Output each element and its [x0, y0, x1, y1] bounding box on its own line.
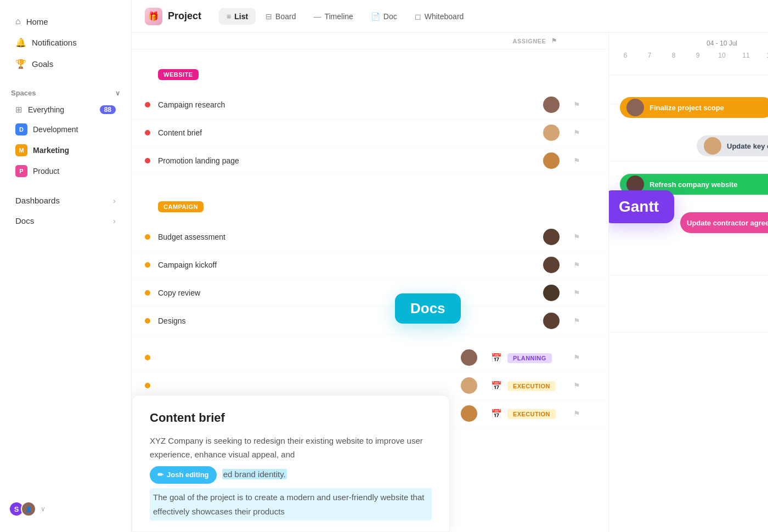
avatar [543, 313, 560, 329]
task-row[interactable]: Campaign kickoff ⚑ [132, 251, 608, 279]
col-header-assignee: ASSIGNEE [507, 38, 551, 44]
gantt-bar-4[interactable]: Update contractor agreement [680, 212, 768, 233]
dashboards-label: Dashboards [15, 196, 60, 205]
chevron-right-icon: › [113, 216, 116, 225]
task-dot [145, 383, 150, 388]
gantt-days-1: 6 7 8 9 10 11 12 13 14 [613, 52, 768, 59]
avatar [461, 405, 477, 422]
sidebar-bottom: S 👤 ∨ [0, 495, 131, 523]
col-header-flag: ⚑ [551, 37, 595, 44]
task-name: Copy review [158, 288, 529, 297]
task-flag: ⚑ [573, 233, 595, 241]
docs-title: Content brief [150, 411, 432, 425]
tab-doc[interactable]: 📄 Doc [363, 8, 405, 25]
task-dot [145, 158, 150, 163]
sidebar-item-development[interactable]: D Development [4, 119, 127, 140]
bar-avatar [704, 137, 721, 155]
task-name: Budget assessment [158, 233, 529, 241]
main-content: 🎁 Project ≡ List ⊟ Board ― Timeline 📄 Do… [132, 0, 768, 532]
status-badge: PLANNING [507, 353, 552, 363]
task-assignee [529, 313, 573, 329]
column-headers: ASSIGNEE ⚑ [132, 37, 608, 49]
sidebar-item-home[interactable]: ⌂ Home [4, 11, 127, 32]
docs-paragraph-2: ✏ Josh editing ed brand identity. [150, 466, 432, 484]
status-badge: EXECUTION [507, 381, 556, 391]
chevron-down-icon[interactable]: ∨ [41, 505, 46, 513]
task-assignee [529, 257, 573, 273]
space-label: Development [33, 125, 78, 134]
gantt-header: 04 - 10 Jul 6 7 8 9 10 11 12 13 14 11 - … [609, 33, 768, 75]
sidebar-item-product[interactable]: P Product [4, 161, 127, 182]
task-row[interactable]: Budget assessment ⚑ [132, 223, 608, 251]
project-title: Project [168, 10, 201, 22]
everything-count: 88 [100, 105, 116, 114]
avatar [543, 97, 560, 113]
gantt-day: 9 [686, 52, 710, 59]
user-avatar-photo: 👤 [21, 501, 36, 517]
gantt-body: Finalize project scope Update key object… [609, 75, 768, 360]
task-flag: ⚑ [573, 288, 595, 297]
task-assignee [529, 124, 573, 141]
gantt-bar-1[interactable]: Finalize project scope [620, 97, 768, 118]
task-dot [145, 234, 150, 240]
task-flag: ⚑ [573, 100, 595, 109]
product-avatar: P [15, 165, 27, 177]
sidebar-item-notifications[interactable]: 🔔 Notifications [4, 32, 127, 53]
board-icon: ⊟ [266, 12, 272, 21]
task-status: EXECUTION [507, 381, 573, 391]
avatar [543, 285, 560, 301]
gantt-day: 10 [710, 52, 734, 59]
task-assignee [447, 349, 491, 366]
docs-paragraph-3: The goal of the project is to create a m… [150, 488, 432, 520]
tab-timeline[interactable]: ― Timeline [306, 8, 360, 25]
gantt-week-label-1: 04 - 10 Jul [613, 39, 768, 52]
sidebar-item-docs[interactable]: Docs › [4, 211, 127, 231]
sidebar: ⌂ Home 🔔 Notifications 🏆 Goals Spaces ∨ … [0, 0, 132, 532]
calendar-icon: 📅 [491, 353, 507, 363]
task-flag: ⚑ [573, 353, 595, 362]
gantt-bar-2[interactable]: Update key objectives [697, 135, 768, 156]
avatar [461, 349, 477, 366]
gantt-day: 7 [637, 52, 662, 59]
task-name: Promotion landing page [158, 156, 529, 165]
task-name: Campaign kickoff [158, 261, 529, 269]
chevron-down-icon[interactable]: ∨ [115, 89, 120, 97]
task-dot [145, 102, 150, 107]
task-flag: ⚑ [573, 381, 595, 390]
gantt-day: 12 [758, 52, 768, 59]
sidebar-item-label: Notifications [32, 38, 77, 47]
doc-icon: 📄 [371, 12, 380, 21]
calendar-icon: 📅 [491, 381, 507, 391]
task-dot [145, 290, 150, 296]
task-assignee [447, 377, 491, 394]
task-flag: ⚑ [573, 409, 595, 418]
tab-whiteboard[interactable]: ◻ Whiteboard [407, 8, 472, 25]
tab-board[interactable]: ⊟ Board [258, 8, 303, 25]
status-badge: EXECUTION [507, 409, 556, 419]
sidebar-item-everything[interactable]: ⊞ Everything 88 [4, 100, 127, 119]
task-row[interactable]: 📅 PLANNING ⚑ [132, 344, 608, 372]
sidebar-item-marketing[interactable]: M Marketing [4, 140, 127, 161]
spaces-section-header: Spaces ∨ [0, 81, 131, 100]
docs-panel: Content brief XYZ Company is seeking to … [132, 395, 450, 532]
avatar [461, 377, 477, 394]
topnav: 🎁 Project ≡ List ⊟ Board ― Timeline 📄 Do… [132, 0, 768, 33]
task-flag: ⚑ [573, 156, 595, 165]
sidebar-item-goals[interactable]: 🏆 Goals [4, 53, 127, 75]
content-area: ASSIGNEE ⚑ WEBSITE Campaign research ⚑ [132, 33, 768, 532]
floating-docs-label: Docs [395, 293, 461, 324]
gantt-day: 6 [613, 52, 637, 59]
task-row[interactable]: Designs ⚑ [132, 307, 608, 335]
avatar [543, 152, 560, 169]
tab-list[interactable]: ≡ List [219, 8, 256, 25]
task-row[interactable]: Promotion landing page ⚑ [132, 147, 608, 175]
sidebar-item-dashboards[interactable]: Dashboards › [4, 190, 127, 211]
task-row[interactable]: Content brief ⚑ [132, 119, 608, 147]
task-row[interactable]: Campaign research ⚑ [132, 91, 608, 119]
sidebar-item-label: Goals [32, 59, 53, 69]
list-panel: ASSIGNEE ⚑ WEBSITE Campaign research ⚑ [132, 33, 609, 532]
task-row[interactable]: Copy review ⚑ [132, 279, 608, 307]
bell-icon: 🔔 [15, 37, 26, 48]
task-assignee [529, 285, 573, 301]
avatar [543, 257, 560, 273]
